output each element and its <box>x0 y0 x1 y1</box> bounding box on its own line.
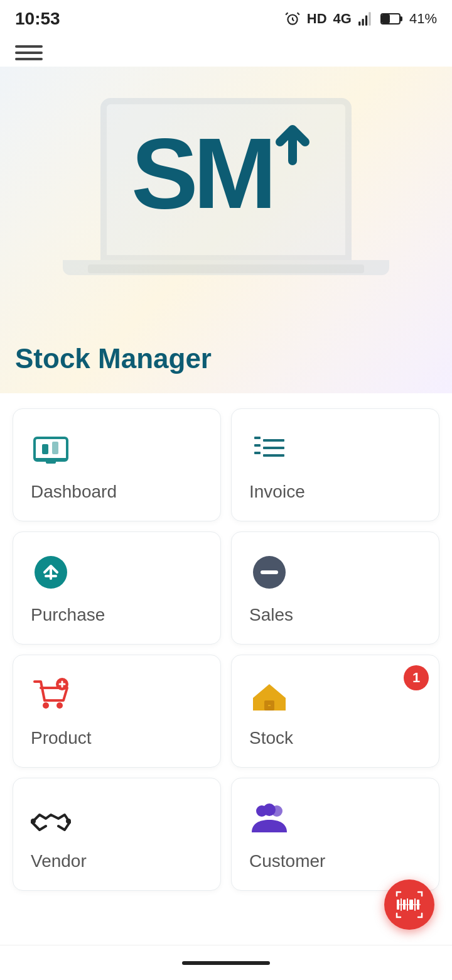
svg-rect-1 <box>358 21 360 26</box>
purchase-label: Purchase <box>31 605 105 625</box>
dashboard-card[interactable]: Dashboard <box>13 408 221 521</box>
sales-icon <box>249 552 289 592</box>
svg-point-23 <box>56 702 63 709</box>
svg-rect-11 <box>42 444 48 454</box>
dashboard-label: Dashboard <box>31 482 117 502</box>
svg-point-27 <box>66 819 71 824</box>
product-icon <box>31 675 71 716</box>
vendor-card[interactable]: Vendor <box>13 778 221 891</box>
sales-label: Sales <box>249 605 293 625</box>
product-label: Product <box>31 728 92 748</box>
invoice-icon <box>249 429 289 469</box>
svg-point-26 <box>31 819 36 824</box>
svg-rect-2 <box>362 19 363 26</box>
customer-icon <box>249 798 289 839</box>
bottom-nav-bar <box>0 945 452 980</box>
vendor-label: Vendor <box>31 851 87 871</box>
invoice-label: Invoice <box>249 482 305 502</box>
signal-icon <box>358 11 374 27</box>
app-title: Stock Manager <box>15 343 212 374</box>
barcode-scanner-icon <box>396 891 423 918</box>
network-badge: 4G <box>333 11 352 27</box>
hd-badge: HD <box>307 11 327 27</box>
purchase-card[interactable]: Purchase <box>13 531 221 645</box>
svg-rect-17 <box>254 452 261 454</box>
status-bar: 10:53 HD 4G 41% <box>0 0 452 35</box>
dashboard-icon <box>31 429 71 469</box>
customer-label: Customer <box>249 851 325 871</box>
vendor-icon <box>31 798 71 839</box>
svg-rect-12 <box>52 442 58 454</box>
alarm-icon <box>284 11 301 27</box>
invoice-card[interactable]: Invoice <box>231 408 439 521</box>
fab-barcode-scanner[interactable] <box>384 879 434 930</box>
stock-badge: 1 <box>404 665 429 690</box>
stock-label: Stock <box>249 728 293 748</box>
stock-card[interactable]: 1 Stock <box>231 655 439 768</box>
customer-card[interactable]: Customer <box>231 778 439 891</box>
svg-rect-16 <box>263 447 284 449</box>
svg-rect-4 <box>369 12 370 26</box>
svg-point-22 <box>43 702 49 709</box>
svg-rect-14 <box>263 439 284 442</box>
hero-banner: SM Stock Manager <box>0 67 452 393</box>
svg-rect-6 <box>382 14 390 23</box>
svg-rect-18 <box>263 454 284 457</box>
svg-rect-10 <box>46 460 56 464</box>
svg-rect-9 <box>35 458 67 460</box>
app-logo: SM <box>131 123 321 224</box>
battery-percent: 41% <box>409 11 437 27</box>
home-indicator <box>182 961 270 965</box>
hamburger-menu[interactable] <box>15 45 43 60</box>
battery-icon <box>380 12 403 26</box>
svg-point-30 <box>263 803 276 816</box>
status-icons: HD 4G 41% <box>284 11 437 27</box>
svg-rect-13 <box>254 437 261 439</box>
stock-icon <box>249 675 289 716</box>
header <box>0 35 452 60</box>
svg-rect-21 <box>261 570 278 574</box>
purchase-icon <box>31 552 71 592</box>
svg-rect-8 <box>35 438 67 460</box>
sales-card[interactable]: Sales <box>231 531 439 645</box>
svg-rect-15 <box>254 444 261 447</box>
svg-rect-3 <box>365 16 367 26</box>
product-card[interactable]: Product <box>13 655 221 768</box>
status-time: 10:53 <box>15 9 60 29</box>
svg-rect-7 <box>400 16 402 21</box>
menu-grid: Dashboard Invoice Purchase <box>0 393 452 906</box>
